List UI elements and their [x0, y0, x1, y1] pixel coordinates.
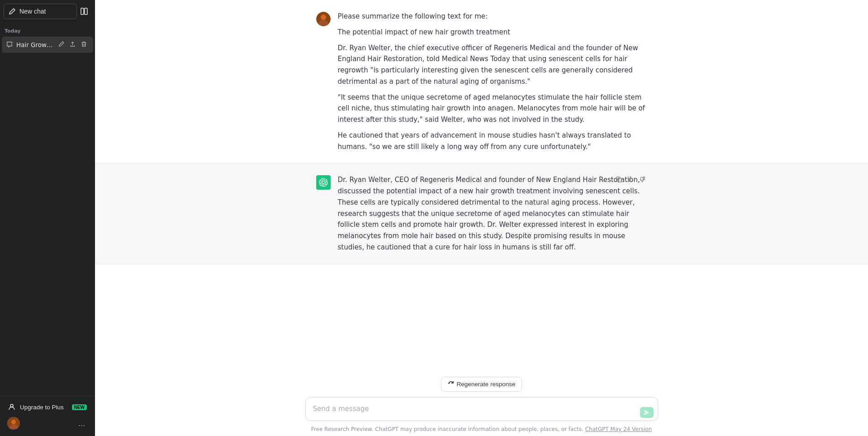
- sidebar: New chat Today Hair Growth Treatme: [0, 0, 95, 436]
- send-button[interactable]: [640, 407, 654, 418]
- input-area: Regenerate response Free Research Previe…: [95, 371, 868, 436]
- svg-rect-7: [617, 178, 621, 182]
- thumbs-down-icon: [639, 176, 645, 182]
- edit-icon: [9, 8, 16, 15]
- user-message-inner: Please summarize the following text for …: [305, 11, 658, 152]
- sidebar-top: New chat: [0, 0, 95, 23]
- footer-note: Free Research Preview. ChatGPT may produ…: [311, 426, 652, 432]
- regenerate-button[interactable]: Regenerate response: [441, 377, 522, 392]
- thumbs-up-button[interactable]: [626, 174, 636, 186]
- chatgpt-avatar: [316, 175, 331, 190]
- user-message-line-4: "It seems that the unique secretome of a…: [338, 92, 647, 125]
- thumbs-down-button[interactable]: [637, 174, 647, 186]
- layout-icon: [81, 8, 88, 15]
- edit-chat-button[interactable]: [57, 40, 66, 49]
- new-chat-label: New chat: [19, 8, 46, 15]
- copy-button[interactable]: [614, 174, 624, 186]
- today-section-label: Today: [0, 23, 95, 36]
- footer-link[interactable]: ChatGPT May 24 Version: [585, 426, 652, 432]
- upgrade-label: Upgrade to Plus: [20, 404, 64, 411]
- chat-area: Please summarize the following text for …: [95, 0, 868, 371]
- svg-point-4: [11, 420, 16, 424]
- avatar-image: [7, 417, 20, 430]
- chat-history-item[interactable]: Hair Growth Treatme: [2, 37, 93, 53]
- user-message-block: Please summarize the following text for …: [95, 0, 868, 163]
- new-badge: NEW: [72, 404, 87, 410]
- svg-point-6: [321, 14, 326, 20]
- share-chat-button[interactable]: [68, 40, 77, 49]
- regenerate-icon: [448, 381, 454, 387]
- svg-rect-0: [81, 8, 84, 14]
- layout-button[interactable]: [77, 4, 91, 19]
- user-row[interactable]: ...: [4, 414, 91, 432]
- assistant-message-content: Dr. Ryan Welter, CEO of Regeneris Medica…: [338, 174, 647, 253]
- svg-rect-1: [85, 8, 87, 14]
- user-message-content: Please summarize the following text for …: [338, 11, 647, 152]
- user-message-line-3: Dr. Ryan Welter, the chief executive off…: [338, 43, 647, 87]
- svg-point-2: [10, 404, 13, 407]
- assistant-message-text: Dr. Ryan Welter, CEO of Regeneris Medica…: [338, 174, 647, 253]
- message-input[interactable]: [305, 397, 658, 421]
- main-content: Please summarize the following text for …: [95, 0, 868, 436]
- user-icon: [8, 403, 15, 411]
- user-message-line-2: The potential impact of new hair growth …: [338, 27, 647, 38]
- delete-chat-button[interactable]: [79, 40, 89, 49]
- user-avatar: [316, 12, 331, 26]
- assistant-message-actions: [614, 174, 647, 186]
- new-chat-button[interactable]: New chat: [4, 4, 77, 19]
- footer-text: Free Research Preview. ChatGPT may produ…: [311, 426, 583, 432]
- regenerate-label: Regenerate response: [457, 381, 516, 388]
- chatgpt-logo: [319, 178, 328, 187]
- avatar: [7, 417, 20, 430]
- thumbs-up-icon: [627, 176, 634, 182]
- user-menu-button[interactable]: ...: [76, 418, 88, 429]
- assistant-message-inner: Dr. Ryan Welter, CEO of Regeneris Medica…: [305, 174, 658, 253]
- sidebar-bottom: Upgrade to Plus NEW ...: [0, 396, 95, 436]
- chat-history-label: Hair Growth Treatme: [16, 41, 53, 48]
- user-message-line-1: Please summarize the following text for …: [338, 11, 647, 22]
- user-message-line-5: He cautioned that years of advancement i…: [338, 130, 647, 153]
- chat-item-actions: [57, 40, 89, 49]
- copy-icon: [616, 176, 622, 182]
- upgrade-to-plus-button[interactable]: Upgrade to Plus NEW: [4, 400, 91, 414]
- chat-bubble-icon: [6, 41, 13, 49]
- send-icon: [644, 409, 650, 416]
- assistant-message-block: Dr. Ryan Welter, CEO of Regeneris Medica…: [95, 163, 868, 264]
- input-box-wrapper: [305, 397, 658, 423]
